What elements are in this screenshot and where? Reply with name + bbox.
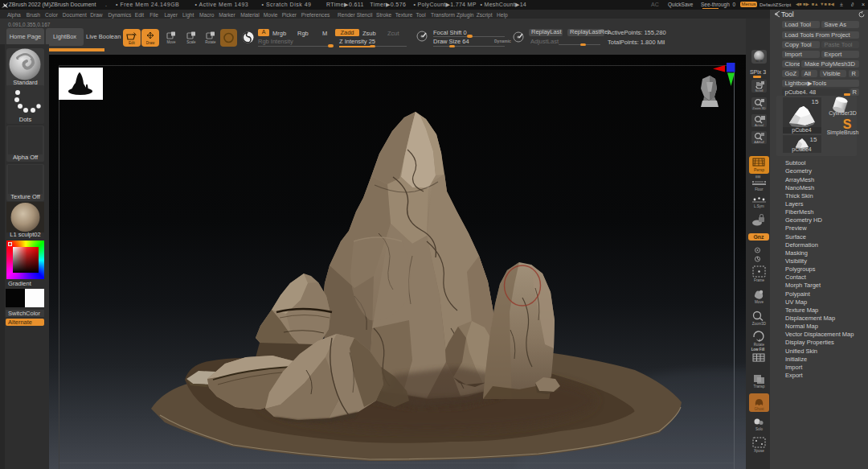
svg-text:S: S (843, 117, 852, 131)
svg-text:Move: Move (755, 300, 764, 304)
svg-text:Floor: Floor (755, 187, 764, 191)
svg-text:Move: Move (166, 40, 176, 44)
svg-text:Xpose: Xpose (754, 449, 764, 453)
svg-text:Frame: Frame (754, 278, 764, 282)
svg-text:Zoom 3D: Zoom 3D (752, 105, 766, 109)
svg-text:Edit: Edit (129, 41, 136, 45)
svg-text:Rotate: Rotate (205, 40, 216, 44)
svg-text:Draw: Draw (146, 41, 155, 45)
svg-text:Solo: Solo (755, 427, 764, 431)
svg-text:Ghost: Ghost (754, 407, 764, 411)
svg-text:AAHalf: AAHalf (754, 140, 764, 144)
svg-text:Rotate: Rotate (754, 343, 765, 347)
svg-text:L.Sym: L.Sym (754, 204, 764, 208)
svg-text:Scale: Scale (186, 40, 196, 44)
svg-text:Scroll: Scroll (755, 88, 763, 93)
svg-text:Actual: Actual (755, 123, 764, 127)
svg-text:BPR: BPR (755, 59, 762, 63)
svg-text:Zoom3D: Zoom3D (752, 322, 767, 326)
svg-text:Transp: Transp (754, 385, 765, 389)
svg-text:Persp: Persp (754, 167, 764, 172)
